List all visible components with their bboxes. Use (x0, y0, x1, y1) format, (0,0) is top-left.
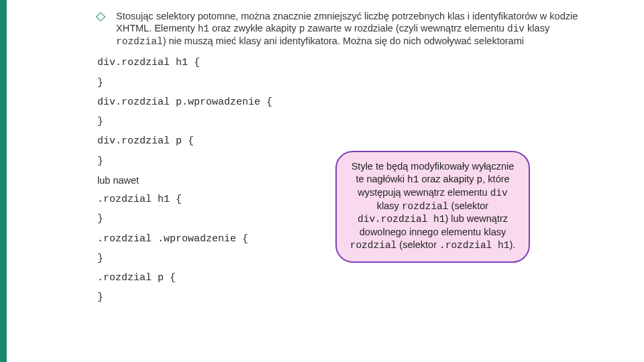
inline-code: h1 (407, 174, 419, 185)
code-block: div.rozdzial h1 {}div.rozdzial p.wprowad… (97, 53, 339, 307)
text-fragment: klasy (377, 200, 402, 211)
code-line: .rozdzial p { (97, 268, 339, 288)
text-fragment: oraz akapity (419, 174, 476, 184)
slide: Stosując selektory potomne, można znaczn… (0, 0, 644, 362)
code-line: } (97, 249, 339, 268)
code-line: } (97, 112, 339, 131)
inline-code: div (490, 188, 508, 198)
text-fragment: ) nie muszą mieć klasy ani identyfikator… (163, 36, 524, 46)
text-fragment: klasy (525, 23, 549, 34)
code-line: .rozdzial .wprowadzenie { (97, 229, 339, 249)
code-line: } (97, 209, 339, 229)
inline-code: p (477, 174, 483, 185)
text-fragment: (selektor (449, 200, 489, 211)
text-fragment: (selektor (396, 239, 439, 250)
code-line: div.rozdzial p.wprowadzenie { (97, 93, 339, 112)
bullet-item: Stosując selektory potomne, można znaczn… (97, 10, 580, 48)
inline-code: rozdzial (350, 240, 397, 251)
inline-code: p (299, 23, 305, 34)
text-fragment: zawarte w rozdziale (czyli wewnątrz elem… (305, 23, 507, 34)
inline-code: .rozdzial h1 (439, 240, 509, 251)
inline-code: rozdzial (116, 36, 163, 47)
text-fragment: ). (509, 239, 515, 250)
code-line: } (97, 152, 339, 171)
callout-box: Style te będą modyfikowały wyłącznie te … (335, 151, 530, 263)
code-line-plain: lub nawet (97, 171, 339, 190)
bullet-text: Stosując selektory potomne, można znaczn… (116, 10, 580, 48)
code-line: div.rozdzial h1 { (97, 53, 339, 72)
diamond-icon (96, 12, 105, 21)
inline-code: h1 (198, 23, 209, 34)
inline-code: div.rozdzial h1 (358, 214, 445, 225)
code-line: } (97, 73, 339, 93)
text-fragment: oraz zwykłe akapity (209, 23, 299, 34)
code-line: div.rozdzial p { (97, 131, 339, 151)
inline-code: div (507, 23, 525, 34)
code-line: } (97, 288, 339, 307)
accent-bar (0, 0, 7, 362)
inline-code: rozdzial (402, 201, 449, 212)
code-line: .rozdzial h1 { (97, 190, 339, 209)
